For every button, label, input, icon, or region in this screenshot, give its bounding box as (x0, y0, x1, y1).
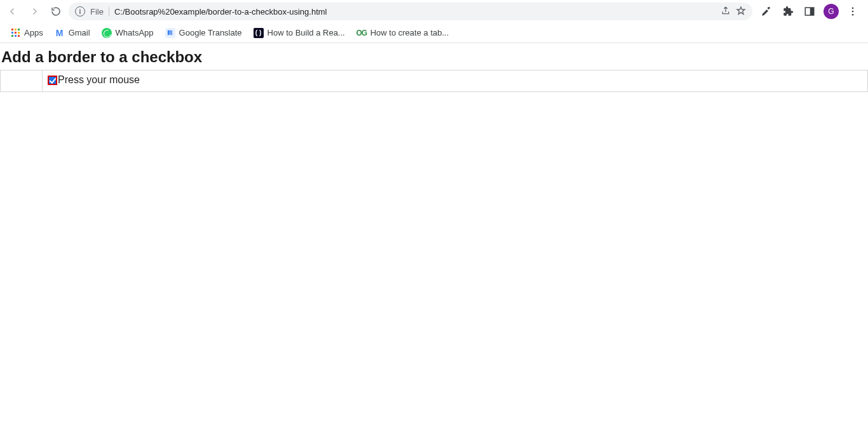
bookmark-geeksforgeeks[interactable]: OG How to create a tab... (353, 25, 453, 41)
back-button[interactable] (4, 3, 22, 20)
table-cell-content: Press your mouse (43, 70, 868, 92)
share-icon[interactable] (721, 6, 731, 18)
svg-point-3 (852, 11, 854, 13)
site-info-icon[interactable]: i (75, 6, 85, 17)
bookmark-label: Gmail (69, 28, 90, 37)
toolbar-right-icons: G (756, 4, 864, 19)
reload-icon (50, 6, 62, 17)
bookmark-label: How to Build a Rea... (268, 28, 345, 37)
bookmark-google-translate[interactable]: Google Translate (161, 25, 246, 41)
side-panel-icon[interactable] (802, 4, 817, 19)
page-title: Add a border to a checkbox (0, 43, 868, 70)
avatar-initial: G (828, 7, 834, 16)
table-row: Press your mouse (1, 70, 868, 92)
whatsapp-icon (102, 28, 112, 38)
bookmark-gmail[interactable]: M Gmail (51, 25, 94, 41)
bookmark-freecodecamp[interactable]: ( ) How to Build a Rea... (250, 25, 349, 41)
bookmark-label: Google Translate (179, 28, 242, 37)
browser-toolbar: i File C:/Bootsrap%20example/border-to-a… (0, 0, 868, 23)
arrow-right-icon (29, 6, 40, 17)
gmail-icon: M (55, 28, 65, 38)
svg-point-4 (852, 14, 854, 16)
svg-rect-1 (810, 8, 814, 15)
bookmark-star-icon[interactable] (736, 6, 746, 18)
page-content: Add a border to a checkbox Press your mo… (0, 43, 868, 92)
file-origin-chip: File (90, 7, 109, 17)
table-cell-pad (1, 70, 43, 92)
bookmark-label: How to create a tab... (370, 28, 449, 37)
checkbox-label: Press your mouse (58, 74, 140, 86)
demo-checkbox[interactable] (48, 76, 57, 85)
address-bar[interactable]: i File C:/Bootsrap%20example/border-to-a… (69, 3, 752, 20)
svg-point-2 (852, 7, 854, 9)
freecodecamp-icon: ( ) (254, 28, 264, 38)
checkbox-wrapper: Press your mouse (48, 74, 140, 86)
bookmark-apps[interactable]: Apps (6, 25, 47, 41)
profile-avatar[interactable]: G (824, 4, 839, 19)
bookmark-label: Apps (24, 28, 43, 37)
google-translate-icon (165, 28, 175, 38)
bookmark-label: WhatsApp (116, 28, 154, 37)
extensions-icon[interactable] (780, 4, 796, 19)
reload-button[interactable] (47, 3, 65, 20)
geeksforgeeks-icon: OG (356, 28, 367, 38)
apps-grid-icon (10, 28, 20, 38)
url-text: C:/Bootsrap%20example/border-to-a-checkb… (114, 7, 327, 17)
arrow-left-icon (7, 6, 18, 17)
demo-table: Press your mouse (0, 70, 868, 92)
eyedropper-icon[interactable] (759, 4, 774, 19)
bookmarks-bar: Apps M Gmail WhatsApp Google Translate (… (0, 23, 868, 43)
forward-button[interactable] (25, 3, 43, 20)
bookmark-whatsapp[interactable]: WhatsApp (98, 25, 158, 41)
chrome-menu-icon[interactable] (845, 4, 860, 19)
